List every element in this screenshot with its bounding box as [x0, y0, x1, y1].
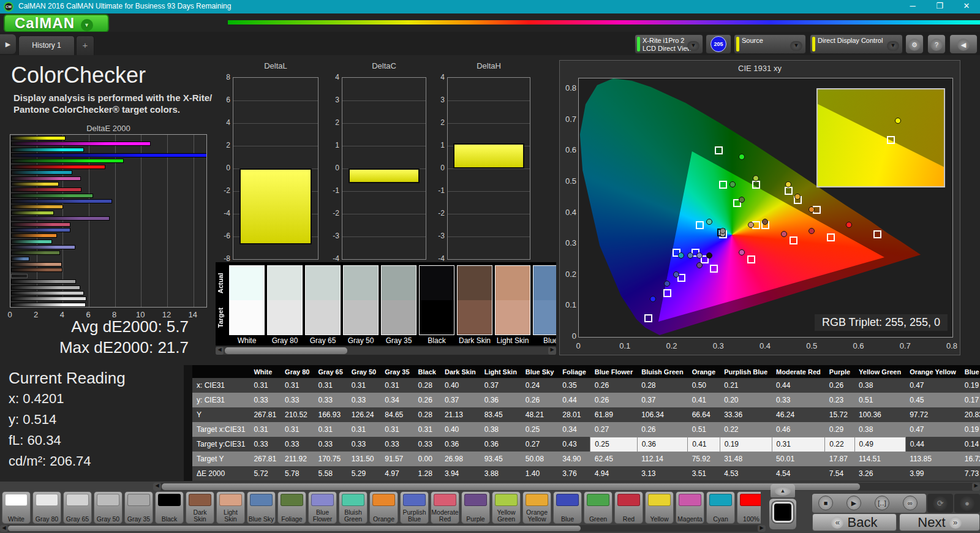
- table-scrollbar[interactable]: ◀ ▶: [153, 483, 980, 491]
- y-tick-label: -8: [214, 254, 230, 263]
- scroll-left-icon[interactable]: ◀: [0, 525, 8, 532]
- table-cell: 0.31: [314, 422, 347, 437]
- patch-button-orange[interactable]: Orange: [369, 491, 398, 524]
- scroll-left-icon[interactable]: ◀: [153, 483, 161, 491]
- target-moderate-red: [790, 236, 797, 244]
- measured-dark-skin: [762, 219, 768, 225]
- page-title: ColorChecker: [11, 62, 146, 88]
- patch-button-blue-flower[interactable]: Blue Flower: [308, 491, 337, 524]
- next-button[interactable]: Next »: [899, 513, 980, 531]
- table-cell: 0.26: [637, 422, 687, 437]
- patch-button-foliage[interactable]: Foliage: [277, 491, 306, 524]
- swatch-strip-scrollbar[interactable]: ◀ ▶: [216, 347, 556, 355]
- pattern-window-button[interactable]: [769, 499, 796, 529]
- bar-white: [11, 303, 86, 307]
- scroll-right-icon[interactable]: ▶: [972, 483, 980, 491]
- table-cell: 91.57: [380, 452, 413, 466]
- patch-button-gray-50[interactable]: Gray 50: [94, 491, 123, 524]
- patch-button-gray-80[interactable]: Gray 80: [32, 491, 61, 524]
- patch-button-dark-skin[interactable]: Dark Skin: [186, 491, 214, 524]
- patch-button-gray-65[interactable]: Gray 65: [63, 491, 92, 524]
- patch-button-purple[interactable]: Purple: [461, 491, 490, 524]
- cie-x-tick-label: 0.6: [848, 341, 869, 350]
- minimize-icon[interactable]: ─: [899, 0, 926, 13]
- settings-button[interactable]: ⚙: [905, 34, 924, 54]
- gridline: [194, 135, 194, 307]
- patch-button-orange-yellow[interactable]: Orange Yellow: [522, 491, 551, 524]
- workflow-flyout-button[interactable]: ▶: [0, 34, 16, 54]
- patch-button-100-[interactable]: 100%: [737, 491, 761, 524]
- patch-button-white[interactable]: White: [2, 491, 31, 524]
- cie-x-tick-label: 0.7: [895, 341, 916, 350]
- patch-button-light-skin[interactable]: Light Skin: [216, 491, 245, 524]
- swatch-target: [268, 300, 302, 335]
- table-cell: 3.99: [905, 466, 960, 481]
- patch-button-bluish-green[interactable]: Bluish Green: [339, 491, 368, 524]
- y-tick-label: -1: [429, 186, 445, 195]
- column-header: Gray 65: [314, 365, 347, 378]
- patch-button-yellow[interactable]: Yellow: [645, 491, 674, 524]
- table-cell: 0.19: [960, 422, 980, 437]
- table-cell: 0.28: [414, 378, 440, 393]
- patch-button-green[interactable]: Green: [584, 491, 612, 524]
- cie-y-tick-label: 0.7: [560, 115, 576, 124]
- display-control-dropdown[interactable]: Direct Display Control ▼: [810, 34, 903, 54]
- patch-button-gray-35[interactable]: Gray 35: [124, 491, 153, 524]
- collapse-toolbar-button[interactable]: ◀: [949, 34, 978, 54]
- measured-foliage: [739, 197, 745, 203]
- patch-button-moderate-red[interactable]: Moderate Red: [431, 491, 459, 524]
- bar-green: [11, 194, 93, 198]
- patch-row-scrollbar[interactable]: ◀ ▶: [0, 525, 766, 532]
- scroll-left-icon[interactable]: ◀: [216, 347, 224, 355]
- bar-cyan: [11, 170, 72, 175]
- patch-label: Gray 50: [94, 508, 122, 523]
- table-cell: 0.33: [347, 393, 380, 407]
- patch-button-blue[interactable]: Blue: [553, 491, 582, 524]
- table-cell: 1.40: [521, 466, 558, 481]
- patch-button-black[interactable]: Black: [155, 491, 184, 524]
- back-button[interactable]: « Back: [812, 513, 897, 531]
- help-button[interactable]: ?: [927, 34, 946, 54]
- table-cell: 0.25: [521, 422, 558, 437]
- patch-button-purplish-blue[interactable]: Purplish Blue: [400, 491, 429, 524]
- eject-icon: ▲: [775, 486, 791, 496]
- scrollbar-thumb[interactable]: [162, 483, 860, 490]
- table-cell: 34.90: [558, 452, 590, 466]
- patch-button-yellow-green[interactable]: Yellow Green: [492, 491, 521, 524]
- pattern-window-collapse-button[interactable]: ▲: [771, 484, 795, 497]
- table-cell: 5.58: [314, 466, 347, 481]
- patch-button-red[interactable]: Red: [614, 491, 643, 524]
- calman-menu-button[interactable]: CalMAN▼: [4, 14, 109, 32]
- table-cell: 0.00: [414, 452, 440, 466]
- cie-y-tick-label: 0.4: [560, 208, 576, 217]
- refresh-button[interactable]: ⟳: [927, 494, 953, 513]
- meter-dropdown[interactable]: X-Rite i1Pro 2 LCD Direct View ▼: [635, 34, 703, 54]
- patch-label: Red: [615, 508, 643, 523]
- tab-history-1[interactable]: History 1: [18, 36, 75, 55]
- scrollbar-thumb[interactable]: [225, 347, 347, 354]
- stop-button[interactable]: ■: [813, 496, 838, 511]
- play-button[interactable]: ▶: [842, 496, 866, 511]
- source-dropdown[interactable]: Source ▼: [734, 34, 806, 54]
- loop-button[interactable]: ∞: [898, 496, 922, 511]
- patch-button-magenta[interactable]: Magenta: [676, 491, 704, 524]
- gridline: [342, 236, 426, 237]
- scroll-right-icon[interactable]: ▶: [758, 525, 766, 532]
- patch-button-blue-sky[interactable]: Blue Sky: [247, 491, 276, 524]
- meter-profile-button[interactable]: 205: [706, 34, 731, 54]
- record-button[interactable]: ●: [954, 494, 980, 513]
- swatch-actual: [344, 266, 378, 300]
- patch-label: Magenta: [676, 508, 704, 523]
- close-icon[interactable]: ✕: [953, 0, 980, 13]
- swatch-target: [458, 300, 492, 335]
- add-tab-button[interactable]: +: [76, 36, 94, 55]
- row-header: ΔE 2000: [192, 466, 249, 481]
- table-gutter: [184, 378, 192, 393]
- patch-label: Foliage: [278, 508, 306, 523]
- patch-color-chip: [189, 494, 211, 506]
- step-button[interactable]: [‥]: [870, 496, 894, 511]
- maximize-icon[interactable]: ❐: [926, 0, 953, 13]
- scroll-right-icon[interactable]: ▶: [548, 347, 556, 355]
- scrollbar-thumb[interactable]: [8, 526, 581, 531]
- patch-button-cyan[interactable]: Cyan: [706, 491, 735, 524]
